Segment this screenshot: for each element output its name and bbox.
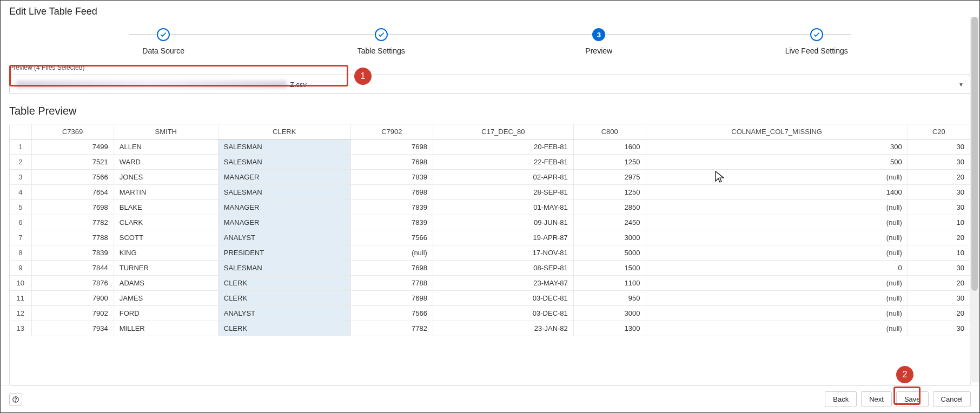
step-label: Table Settings bbox=[357, 46, 405, 55]
cell: 1100 bbox=[573, 276, 646, 291]
cell: TURNER bbox=[114, 261, 218, 276]
step-table-settings[interactable]: Table Settings bbox=[273, 28, 491, 55]
col-header[interactable]: C800 bbox=[573, 124, 646, 139]
cell: 7698 bbox=[350, 155, 433, 170]
cell: 7839 bbox=[350, 170, 433, 185]
row-number: 8 bbox=[10, 245, 31, 261]
row-number: 3 bbox=[10, 170, 31, 185]
scrollbar[interactable] bbox=[970, 17, 979, 382]
cell: 300 bbox=[646, 139, 908, 155]
cell: 7654 bbox=[31, 185, 114, 200]
file-dropdown[interactable]: Z.csv ▼ bbox=[9, 75, 971, 94]
cell: FORD bbox=[114, 306, 218, 321]
cell: (null) bbox=[646, 215, 908, 230]
cell: CLARK bbox=[114, 215, 218, 230]
cancel-button[interactable]: Cancel bbox=[933, 391, 971, 407]
step-live-feed-settings[interactable]: Live Feed Settings bbox=[708, 28, 926, 55]
table-row[interactable]: 37566JONESMANAGER783902-APR-812975(null)… bbox=[10, 170, 970, 185]
step-label: Live Feed Settings bbox=[785, 46, 848, 55]
table-row[interactable]: 107876ADAMSCLERK778823-MAY-871100(null)2… bbox=[10, 276, 970, 291]
cell: 3000 bbox=[573, 230, 646, 245]
cell: (null) bbox=[350, 245, 433, 261]
callout-2: 2 bbox=[896, 366, 913, 383]
cell: 03-DEC-81 bbox=[433, 291, 573, 306]
cell: (null) bbox=[646, 245, 908, 261]
table-row[interactable]: 77788SCOTTANALYST756619-APR-873000(null)… bbox=[10, 230, 970, 245]
svg-point-1 bbox=[16, 401, 16, 401]
row-number: 2 bbox=[10, 155, 31, 170]
cell: 500 bbox=[646, 155, 908, 170]
cell: 2450 bbox=[573, 215, 646, 230]
table-row[interactable]: 127902FORDANALYST756603-DEC-813000(null)… bbox=[10, 306, 970, 321]
table-row[interactable]: 137934MILLERCLERK778223-JAN-821300(null)… bbox=[10, 321, 970, 336]
save-button[interactable]: Save bbox=[896, 391, 929, 407]
table-row[interactable]: 27521WARDSALESMAN769822-FEB-81125050030 bbox=[10, 155, 970, 170]
next-button[interactable]: Next bbox=[861, 391, 892, 407]
col-header-rownum bbox=[10, 124, 31, 139]
cell: 20-FEB-81 bbox=[433, 139, 573, 155]
help-button[interactable] bbox=[9, 393, 22, 406]
col-header[interactable]: C20 bbox=[908, 124, 970, 139]
step-preview[interactable]: 3 Preview bbox=[490, 28, 708, 55]
cell: WARD bbox=[114, 155, 218, 170]
table-row[interactable]: 117900JAMESCLERK769803-DEC-81950(null)30 bbox=[10, 291, 970, 306]
scrollbar-thumb[interactable] bbox=[971, 17, 978, 291]
cell: 7698 bbox=[350, 261, 433, 276]
cell: 09-JUN-81 bbox=[433, 215, 573, 230]
cell: 17-NOV-81 bbox=[433, 245, 573, 261]
cell: 0 bbox=[646, 261, 908, 276]
check-icon bbox=[810, 28, 823, 41]
cell: 7788 bbox=[31, 230, 114, 245]
cell: 7782 bbox=[31, 215, 114, 230]
cell: 7566 bbox=[350, 306, 433, 321]
cursor-icon bbox=[714, 170, 725, 186]
row-number: 12 bbox=[10, 306, 31, 321]
cell: 10 bbox=[908, 245, 970, 261]
cell: MARTIN bbox=[114, 185, 218, 200]
cell: BLAKE bbox=[114, 200, 218, 215]
table-row[interactable]: 57698BLAKEMANAGER783901-MAY-812850(null)… bbox=[10, 200, 970, 215]
col-header[interactable]: SMITH bbox=[114, 124, 218, 139]
row-number: 4 bbox=[10, 185, 31, 200]
cell: SALESMAN bbox=[218, 155, 350, 170]
table-row[interactable]: 87839KINGPRESIDENT(null)17-NOV-815000(nu… bbox=[10, 245, 970, 261]
cell: 01-MAY-81 bbox=[433, 200, 573, 215]
cell: 1400 bbox=[646, 185, 908, 200]
table-preview: C7369 SMITH CLERK C7902 C17_DEC_80 C800 … bbox=[9, 124, 971, 385]
col-header[interactable]: COLNAME_COL7_MISSING bbox=[646, 124, 908, 139]
cell: 28-SEP-81 bbox=[433, 185, 573, 200]
cell: SALESMAN bbox=[218, 261, 350, 276]
step-data-source[interactable]: Data Source bbox=[55, 28, 273, 55]
cell: MANAGER bbox=[218, 215, 350, 230]
chevron-down-icon: ▼ bbox=[958, 82, 964, 88]
cell: ALLEN bbox=[114, 139, 218, 155]
back-button[interactable]: Back bbox=[825, 391, 857, 407]
col-header[interactable]: CLERK bbox=[218, 124, 350, 139]
cell: PRESIDENT bbox=[218, 245, 350, 261]
table-row[interactable]: 97844TURNERSALESMAN769808-SEP-811500030 bbox=[10, 261, 970, 276]
cell: 7902 bbox=[31, 306, 114, 321]
cell: SCOTT bbox=[114, 230, 218, 245]
cell: 1300 bbox=[573, 321, 646, 336]
col-header[interactable]: C17_DEC_80 bbox=[433, 124, 573, 139]
cell: 7788 bbox=[350, 276, 433, 291]
cell: 7566 bbox=[31, 170, 114, 185]
cell: 20 bbox=[908, 230, 970, 245]
table-row[interactable]: 17499ALLENSALESMAN769820-FEB-81160030030 bbox=[10, 139, 970, 155]
table-row[interactable]: 67782CLARKMANAGER783909-JUN-812450(null)… bbox=[10, 215, 970, 230]
table-row[interactable]: 47654MARTINSALESMAN769828-SEP-8112501400… bbox=[10, 185, 970, 200]
cell: MANAGER bbox=[218, 200, 350, 215]
cell: 20 bbox=[908, 276, 970, 291]
cell: 7698 bbox=[350, 185, 433, 200]
cell: 7844 bbox=[31, 261, 114, 276]
table-preview-title: Table Preview bbox=[1, 101, 979, 124]
cell: 08-SEP-81 bbox=[433, 261, 573, 276]
cell: ADAMS bbox=[114, 276, 218, 291]
cell: (null) bbox=[646, 306, 908, 321]
cell: 03-DEC-81 bbox=[433, 306, 573, 321]
cell: 7698 bbox=[31, 200, 114, 215]
col-header[interactable]: C7902 bbox=[350, 124, 433, 139]
cell: 1250 bbox=[573, 155, 646, 170]
col-header[interactable]: C7369 bbox=[31, 124, 114, 139]
cell: 7566 bbox=[350, 230, 433, 245]
